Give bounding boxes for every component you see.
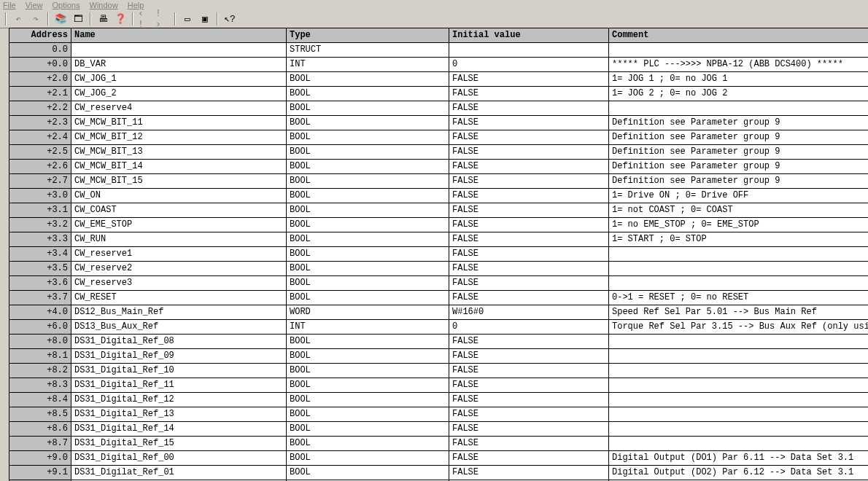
next-error-button[interactable]: ! › — [155, 11, 171, 27]
toolbar-separator — [174, 12, 176, 26]
context-help-button[interactable]: ↖? — [222, 11, 238, 27]
menu-view[interactable]: View — [26, 1, 43, 9]
toolbar-separator — [5, 12, 7, 26]
header-initial[interactable]: Initial value — [449, 28, 609, 29]
library-button[interactable]: 📚 — [53, 11, 69, 27]
toolbar: ↶ ↷ 📚 🗔 🖶 ❓ ‹ ! ! › ▭ ▣ ↖? — [0, 10, 868, 28]
view-decl-button[interactable]: ▭ — [179, 11, 195, 27]
header-row: Address Name Type Initial value Comment — [9, 28, 869, 29]
header-comment[interactable]: Comment — [609, 28, 869, 29]
window-button[interactable]: 🗔 — [70, 11, 86, 27]
view-data-button[interactable]: ▣ — [197, 11, 213, 27]
toolbar-separator — [47, 12, 49, 26]
reference-button[interactable]: ❓ — [112, 11, 128, 27]
toolbar-separator — [217, 12, 218, 26]
prev-error-button[interactable]: ‹ ! — [137, 11, 153, 27]
undo-button[interactable]: ↶ — [10, 11, 26, 27]
toolbar-separator — [90, 12, 91, 26]
header-address[interactable]: Address — [9, 28, 71, 29]
menubar: File View Options Window Help — [0, 0, 868, 10]
header-name[interactable]: Name — [71, 28, 287, 29]
menu-window[interactable]: Window — [90, 1, 118, 9]
data-table: Address Name Type Initial value Comment … — [9, 28, 868, 28]
print-button[interactable]: 🖶 — [95, 11, 111, 27]
data-block-grid[interactable]: Address Name Type Initial value Comment … — [9, 28, 868, 28]
menu-file[interactable]: File — [3, 1, 16, 9]
redo-button[interactable]: ↷ — [28, 11, 44, 27]
toolbar-separator — [132, 12, 133, 26]
menu-options[interactable]: Options — [53, 1, 80, 9]
header-type[interactable]: Type — [287, 28, 449, 29]
